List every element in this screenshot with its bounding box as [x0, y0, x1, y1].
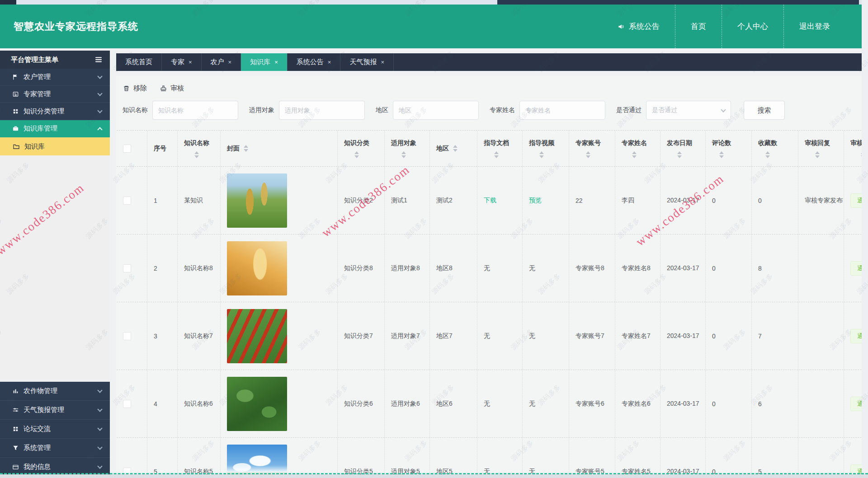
- tab-knowledge[interactable]: 知识库×: [241, 53, 288, 71]
- download-link[interactable]: 下载: [484, 197, 496, 205]
- tab-farmers[interactable]: 农户×: [202, 53, 241, 71]
- sidebar-item-weather-mgmt[interactable]: 天气预报管理: [0, 401, 110, 420]
- tab-home[interactable]: 系统首页: [116, 53, 162, 71]
- row-checkbox[interactable]: [123, 400, 131, 408]
- filter-label-knowledge-name: 知识名称: [123, 106, 148, 114]
- sort-desc-icon[interactable]: [815, 155, 820, 158]
- sort-icons[interactable]: [805, 151, 830, 158]
- column-label: 专家账号: [576, 139, 601, 147]
- sidebar-subitem-knowledge-base[interactable]: 知识库: [0, 137, 110, 155]
- sort-icons[interactable]: [576, 151, 601, 158]
- cell-text: 适用对象6: [391, 400, 420, 408]
- filter-select-pass-status[interactable]: 是否通过: [646, 101, 731, 120]
- sort-icons[interactable]: [484, 151, 509, 158]
- sidebar-item-system-mgmt[interactable]: 系统管理: [0, 439, 110, 458]
- row-checkbox[interactable]: [123, 197, 131, 205]
- sort-asc-icon[interactable]: [586, 151, 590, 154]
- nav-home[interactable]: 首页: [675, 5, 722, 48]
- cell-expert: 专家姓名6: [615, 370, 660, 437]
- row-checkbox[interactable]: [123, 332, 131, 340]
- bottom-scrollbar[interactable]: [0, 474, 868, 478]
- remove-button[interactable]: 移除: [123, 84, 147, 93]
- filter-input-knowledge-name[interactable]: [152, 101, 238, 120]
- sidebar-item-crop-mgmt[interactable]: 农作物管理: [0, 382, 110, 401]
- cell-expert: 专家姓名5: [615, 438, 660, 475]
- sort-asc-icon[interactable]: [494, 151, 499, 154]
- sort-desc-icon[interactable]: [765, 155, 770, 158]
- sort-icons[interactable]: [622, 151, 647, 158]
- row-checkbox[interactable]: [123, 264, 131, 272]
- tab-close-icon[interactable]: ×: [381, 59, 384, 66]
- right-scrollbar[interactable]: [862, 0, 868, 478]
- sort-icons[interactable]: [758, 151, 777, 158]
- preview-link[interactable]: 预览: [529, 197, 542, 205]
- sidebar-item-farmer-mgmt[interactable]: 农户管理: [0, 69, 110, 86]
- cell-video: 无: [522, 370, 569, 437]
- sort-icons[interactable]: [184, 151, 209, 158]
- cover-image: [227, 377, 287, 431]
- sort-desc-icon[interactable]: [632, 155, 637, 158]
- sort-desc-icon[interactable]: [453, 149, 458, 152]
- sort-icons[interactable]: [453, 145, 458, 152]
- select-all-checkbox[interactable]: [123, 145, 131, 153]
- sort-asc-icon[interactable]: [765, 151, 770, 154]
- filter-input-expert-name[interactable]: [519, 101, 605, 120]
- tab-weather[interactable]: 天气预报×: [340, 53, 394, 71]
- sort-icons[interactable]: [712, 151, 731, 158]
- sidebar-item-forum[interactable]: 论坛交流: [0, 420, 110, 439]
- filter-input-region[interactable]: [393, 101, 479, 120]
- sort-desc-icon[interactable]: [719, 155, 724, 158]
- sort-desc-icon[interactable]: [677, 155, 682, 158]
- sort-asc-icon[interactable]: [815, 151, 820, 154]
- sort-asc-icon[interactable]: [719, 151, 724, 154]
- cover-image: [227, 173, 287, 228]
- cell-favorites: 7: [751, 302, 798, 370]
- tab-close-icon[interactable]: ×: [274, 59, 278, 66]
- sort-asc-icon[interactable]: [453, 145, 458, 148]
- sort-desc-icon[interactable]: [401, 155, 406, 158]
- sort-desc-icon[interactable]: [244, 149, 248, 152]
- cell-doc: 无: [477, 370, 522, 437]
- filter-input-target[interactable]: [279, 101, 365, 120]
- sort-asc-icon[interactable]: [354, 151, 359, 154]
- column-label: 适用对象: [391, 139, 416, 147]
- cell-target: 适用对象7: [384, 302, 429, 370]
- sort-asc-icon[interactable]: [632, 151, 637, 154]
- tab-experts[interactable]: 专家×: [162, 53, 202, 71]
- sort-desc-icon[interactable]: [539, 155, 544, 158]
- sort-asc-icon[interactable]: [677, 151, 682, 154]
- sort-desc-icon[interactable]: [354, 155, 359, 158]
- hamburger-menu-icon[interactable]: [94, 56, 103, 64]
- sort-icons[interactable]: [667, 151, 692, 158]
- sort-desc-icon[interactable]: [194, 155, 199, 158]
- sort-icons[interactable]: [391, 151, 416, 158]
- nav-logout[interactable]: 退出登录: [783, 5, 845, 48]
- sort-icons[interactable]: [244, 145, 248, 152]
- sort-desc-icon[interactable]: [586, 155, 590, 158]
- sort-desc-icon[interactable]: [494, 155, 499, 158]
- tab-close-icon[interactable]: ×: [228, 59, 232, 66]
- cell-target: 适用对象5: [384, 438, 429, 475]
- sort-asc-icon[interactable]: [194, 151, 199, 154]
- tab-close-icon[interactable]: ×: [328, 59, 331, 66]
- sidebar-item-knowledge-mgmt[interactable]: 知识库管理: [0, 120, 110, 137]
- chevron-down-icon: [97, 388, 102, 393]
- cell-category: 知识分类5: [337, 438, 384, 475]
- cell-text: 专家账号6: [576, 400, 604, 408]
- search-button[interactable]: 搜索: [744, 101, 785, 120]
- tab-close-icon[interactable]: ×: [189, 59, 192, 66]
- nav-announcements[interactable]: 系统公告: [602, 5, 675, 48]
- sort-icons[interactable]: [529, 151, 554, 158]
- cover-image: [227, 445, 287, 476]
- column-label: 知识分类: [344, 139, 369, 147]
- sort-icons[interactable]: [344, 151, 369, 158]
- sidebar-item-category-mgmt[interactable]: 知识分类管理: [0, 103, 110, 120]
- audit-button[interactable]: 审核: [160, 84, 184, 93]
- sort-asc-icon[interactable]: [401, 151, 406, 154]
- sort-asc-icon[interactable]: [244, 145, 248, 148]
- sort-asc-icon[interactable]: [539, 151, 544, 154]
- tab-announcements[interactable]: 系统公告×: [288, 53, 341, 71]
- nav-profile[interactable]: 个人中心: [722, 5, 783, 48]
- sidebar-item-expert-mgmt[interactable]: 专家管理: [0, 86, 110, 103]
- grid-icon: [12, 426, 19, 432]
